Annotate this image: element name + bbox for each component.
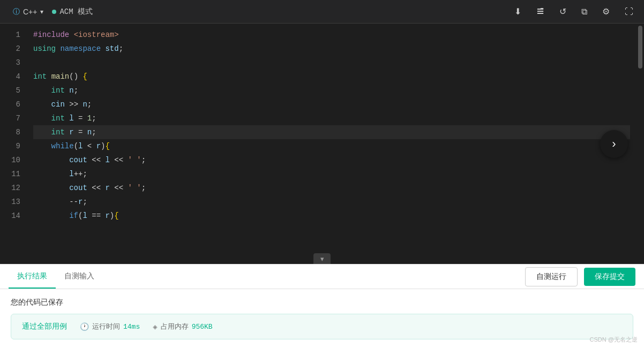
refresh-icon: ↺	[559, 6, 566, 17]
code-line: cin >> n;	[33, 97, 630, 111]
mode-dot	[52, 10, 56, 14]
mode-label: ACM 模式	[59, 7, 93, 17]
scroll-down-button[interactable]: ▾	[313, 253, 331, 264]
code-line: using namespace std;	[33, 42, 630, 56]
toolbar-right: ⬇ ≡̄ ↺ ⧉ ⚙ ⛶	[512, 4, 635, 20]
code-line	[33, 56, 630, 70]
fullscreen-icon: ⛶	[625, 7, 633, 17]
memory-icon: ◈	[153, 322, 157, 331]
bottom-tabs-right: 自测运行 保存提交	[525, 267, 635, 286]
refresh-button[interactable]: ↺	[557, 4, 568, 19]
code-line: --r;	[33, 195, 630, 209]
download-button[interactable]: ⬇	[512, 4, 523, 19]
code-line: l++;	[33, 167, 630, 181]
editor-area: 1 2 3 4 5 6 7 8 9 10 11 12 13 14 #includ…	[0, 24, 644, 264]
code-line: while(l < r){	[33, 139, 630, 153]
tab-self-test-input[interactable]: 自测输入	[56, 265, 103, 289]
result-card: 通过全部用例 🕐 运行时间 14ms ◈ 占用内存 956KB	[11, 314, 633, 339]
clock-icon: 🕐	[80, 322, 89, 331]
gear-icon: ⚙	[602, 6, 610, 17]
time-value: 14ms	[123, 323, 140, 331]
token: #include	[33, 31, 69, 39]
code-line: cout << l << ' ';	[33, 153, 630, 167]
self-test-run-button[interactable]: 自测运行	[525, 267, 578, 286]
settings-button[interactable]: ⚙	[600, 4, 612, 19]
code-line: if(l == r){	[33, 209, 630, 223]
code-content[interactable]: #include <iostream> using namespace std;…	[27, 24, 636, 264]
copy-button[interactable]: ⧉	[579, 5, 589, 19]
fullscreen-button[interactable]: ⛶	[623, 5, 635, 19]
code-line: int n;	[33, 84, 630, 97]
scrollbar-thumb[interactable]	[638, 26, 642, 69]
time-meta: 🕐 运行时间 14ms	[80, 322, 140, 331]
tab-execution-result[interactable]: 执行结果	[9, 265, 56, 289]
toolbar-left: ⓘ C++ ▾ ACM 模式	[9, 5, 93, 19]
code-line: cout << r << ' ';	[33, 181, 630, 195]
code-line: #include <iostream>	[33, 28, 630, 42]
code-line: int l = 1;	[33, 111, 630, 125]
save-submit-button[interactable]: 保存提交	[584, 268, 635, 286]
scrollbar[interactable]	[636, 24, 644, 264]
mode-indicator: ACM 模式	[52, 7, 93, 17]
code-line: int r = n;	[33, 125, 630, 139]
bottom-tabs-left: 执行结果 自测输入	[9, 265, 103, 288]
saved-message: 您的代码已保存	[11, 298, 633, 307]
memory-label: 占用内存	[161, 322, 189, 331]
copy-icon: ⧉	[581, 7, 587, 17]
line-numbers: 1 2 3 4 5 6 7 8 9 10 11 12 13 14	[0, 24, 27, 264]
next-arrow-button[interactable]: ›	[600, 130, 628, 158]
language-selector[interactable]: ⓘ C++ ▾	[9, 5, 48, 19]
bottom-content: 您的代码已保存 通过全部用例 🕐 运行时间 14ms ◈ 占用内存 956KB	[0, 289, 644, 348]
download-icon: ⬇	[514, 6, 521, 17]
time-label: 运行时间	[92, 322, 120, 331]
format-icon: ≡̄	[536, 6, 544, 18]
memory-value: 956KB	[192, 323, 213, 331]
format-button[interactable]: ≡̄	[534, 4, 546, 20]
bottom-tabs: 执行结果 自测输入 自测运行 保存提交	[0, 264, 644, 289]
bottom-panel: 执行结果 自测输入 自测运行 保存提交 您的代码已保存 通过全部用例 🕐 运行时…	[0, 264, 644, 348]
cpp-icon: ⓘ	[13, 7, 20, 17]
language-label: C++	[23, 7, 37, 16]
memory-meta: ◈ 占用内存 956KB	[153, 322, 212, 331]
watermark: CSDN @无名之逆	[590, 336, 638, 344]
chevron-down-icon: ▾	[320, 255, 324, 263]
chevron-down-icon: ▾	[40, 8, 43, 16]
toolbar: ⓘ C++ ▾ ACM 模式 ⬇ ≡̄ ↺ ⧉ ⚙ ⛶	[0, 0, 644, 24]
pass-label: 通过全部用例	[22, 322, 67, 331]
code-line: int main() {	[33, 70, 630, 84]
